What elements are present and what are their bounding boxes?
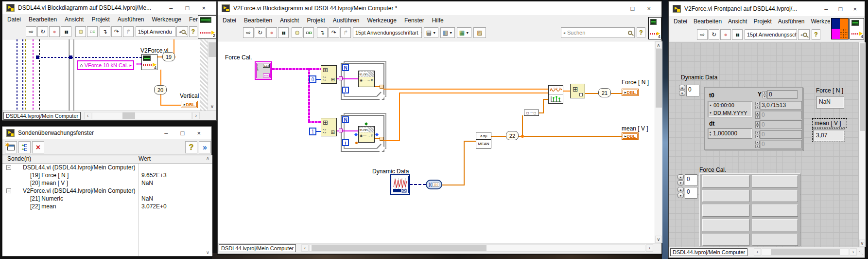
expand-button[interactable]: » [199, 141, 211, 153]
scrollbar-thumb[interactable] [656, 49, 662, 108]
titlebar[interactable]: V2Force.vi Blockdiagramm auf DSDL44.lvpr… [218, 1, 661, 15]
help-button[interactable]: ? [812, 29, 820, 40]
new-probe-window-button[interactable] [5, 141, 17, 153]
loop-tunnel[interactable] [380, 85, 383, 89]
menu-ausfuehren[interactable]: Ausführen [118, 16, 144, 23]
probe-19[interactable]: 19 [162, 52, 175, 61]
step-over-button[interactable]: ↷ [111, 26, 122, 37]
menu-projekt[interactable]: Projekt [91, 16, 109, 23]
dbl-indicator-vertical[interactable]: ▸DBL [181, 101, 198, 108]
search-button[interactable]: ◂ [176, 26, 188, 37]
vi-icon-chip[interactable]: 4 [648, 17, 661, 39]
scroll-right-arrow[interactable]: › [646, 244, 653, 252]
step-into-button[interactable]: ↴ [317, 27, 328, 38]
close-button[interactable]: × [853, 5, 857, 13]
scroll-down-arrow[interactable]: ∨ [655, 236, 662, 243]
minimize-button[interactable]: – [169, 4, 173, 12]
mean-indicator-label-selected[interactable]: mean [ V ] [812, 118, 847, 128]
retain-wire-values-button[interactable] [87, 26, 98, 37]
menu-werkzeuge[interactable]: Werkzeuge [152, 16, 181, 23]
build-array-node[interactable]: ⊞ [570, 84, 585, 98]
menu-ansicht[interactable]: Ansicht [280, 17, 299, 24]
menu-hilfe[interactable]: Hilfe [432, 17, 444, 24]
tools-palette-icon[interactable] [831, 18, 849, 39]
loop-count-terminal[interactable]: N [342, 116, 349, 123]
help-button[interactable]: ? [185, 141, 197, 153]
scrollbar-thumb[interactable] [771, 249, 840, 255]
y-array-element[interactable]: ▲▼ 3,071513 [755, 101, 802, 110]
scroll-down-arrow[interactable]: ∨ [208, 103, 216, 110]
close-button[interactable]: × [197, 130, 201, 137]
element-stepper[interactable]: ▲▼ [755, 131, 760, 138]
horizontal-scrollbar[interactable] [309, 244, 645, 252]
scroll-down-arrow[interactable]: ∨ [206, 250, 209, 255]
column-index-stepper[interactable]: ▲▼ [677, 187, 684, 198]
index-array-node[interactable]: ⊞ ⊞ ▪.+▪.+ [321, 65, 337, 84]
help-button[interactable]: ? [637, 27, 645, 38]
y-array-element[interactable]: ▲▼ 0 [755, 140, 802, 148]
table-cell[interactable] [752, 219, 798, 231]
row-index-value[interactable]: 0 [685, 174, 697, 186]
table-cell[interactable] [702, 204, 749, 217]
tree-expander[interactable]: − [6, 165, 11, 170]
scrollbar-thumb[interactable] [122, 112, 135, 119]
scroll-down-arrow[interactable]: ∨ [859, 240, 865, 247]
probe-22[interactable]: 22 [506, 131, 519, 140]
menu-projekt[interactable]: Projekt [307, 17, 325, 24]
table-cell[interactable] [702, 219, 749, 231]
run-continuous-button[interactable]: ↻ [709, 29, 719, 40]
help-button[interactable]: ? [189, 26, 197, 37]
array-index-value[interactable]: 0 [686, 85, 699, 96]
font-selector[interactable]: 15pt Anwendu [136, 26, 175, 37]
scroll-right-arrow[interactable]: › [850, 248, 857, 256]
block-diagram-dsdl44[interactable]: ⌂ VForce 10 kN Cal. ▸ V2Force.vi 4 19 20… [2, 39, 200, 111]
element-stepper[interactable]: ▲▼ [755, 111, 760, 119]
constant-0[interactable]: 0 [309, 75, 316, 83]
subvi-v2force[interactable]: 4 [141, 54, 157, 70]
scrollbar-thumb[interactable] [312, 245, 486, 251]
y-index-stepper[interactable]: ▲▼ [763, 91, 767, 98]
dynamic-data-terminal[interactable] [391, 175, 410, 194]
probe-21[interactable]: 21 [598, 88, 611, 97]
element-stepper[interactable]: ▲▼ [755, 121, 760, 129]
convert-from-dynamic-data-node[interactable]: )( 110 [426, 180, 442, 189]
search-input[interactable]: ◂ Suchen [561, 27, 635, 38]
vertical-scrollbar[interactable]: ∧ ∨ [655, 41, 662, 243]
run-continuous-button[interactable]: ↻ [37, 26, 48, 37]
menu-ausfuehren[interactable]: Ausführen [333, 17, 360, 24]
close-button[interactable]: × [647, 5, 651, 12]
table-row[interactable]: [21] Numeric NaN [2, 195, 212, 203]
menu-datei[interactable]: Datei [674, 18, 687, 26]
constant-1[interactable]: 1 [309, 128, 316, 135]
block-diagram-v2force[interactable]: Force Cal. ijk 123 abc 0 1 ⊞ ⊞ ▪.+▪.+ [218, 41, 655, 243]
loop-index-terminal[interactable]: i [342, 139, 349, 146]
force-cal-terminal[interactable]: ijk 123 abc [255, 61, 272, 80]
resize-objects-button[interactable]: ▦▼ [457, 27, 471, 38]
abort-button[interactable]: ● [49, 26, 60, 37]
resize-grip[interactable]: ⋱ [859, 250, 864, 256]
titlebar[interactable]: Sondenüberwachungsfenster – □ × [2, 127, 211, 139]
highlight-execution-icon[interactable] [75, 26, 86, 37]
y-array-element[interactable]: ▲▼ 0 [755, 120, 802, 129]
run-button[interactable]: ⇨ [26, 26, 36, 37]
font-selector[interactable]: 15pt Anwendungsschriftart▼ [353, 27, 422, 38]
scrollbar-thumb[interactable] [860, 43, 865, 131]
step-over-button[interactable]: ↷ [329, 27, 339, 38]
force-cal-table[interactable] [699, 173, 800, 246]
maximize-button[interactable]: □ [839, 5, 843, 13]
menu-werkzeuge[interactable]: Werkzeuge [811, 18, 830, 26]
scroll-up-arrow[interactable]: ∧ [655, 41, 662, 49]
merge-signals-node[interactable] [548, 85, 563, 104]
maximize-button[interactable]: □ [631, 5, 635, 12]
t0-timestamp-control[interactable]: ▲00:00:00 ▼DD.MM.YYYY [708, 101, 752, 117]
menu-fenster[interactable]: Fenster [404, 17, 424, 24]
scroll-left-arrow[interactable]: ‹ [301, 244, 309, 252]
dbl-indicator-mean[interactable]: ▸DBL [622, 132, 639, 140]
front-panel[interactable]: Dynamic Data ▲▼ 0 t0 ▲00:00:00 ▼DD.MM.YY… [669, 42, 859, 247]
run-button[interactable]: ⇨ [697, 29, 708, 40]
scale-node[interactable]: n.nn ◉⋯→# [358, 71, 375, 87]
menu-ansicht[interactable]: Ansicht [65, 16, 84, 23]
scalar-convert-node[interactable]: ◻⋯◻ [524, 110, 539, 116]
loop-tunnel[interactable] [339, 76, 343, 80]
pause-button[interactable]: ▮▮ [732, 29, 743, 40]
